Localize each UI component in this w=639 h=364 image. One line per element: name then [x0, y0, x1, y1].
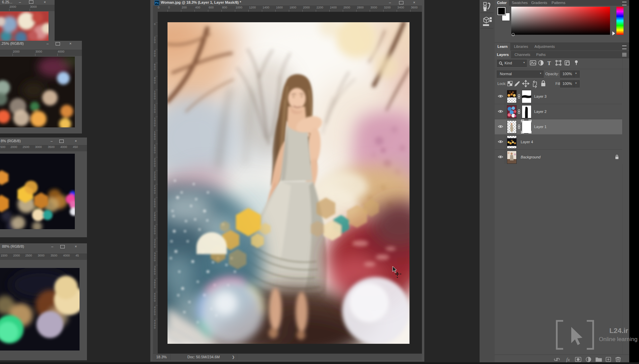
- svg-text:L24.ir: L24.ir: [609, 327, 628, 334]
- svg-text:fx: fx: [566, 357, 570, 362]
- svg-text:T: T: [547, 60, 551, 66]
- svg-text:Online learning: Online learning: [599, 336, 637, 342]
